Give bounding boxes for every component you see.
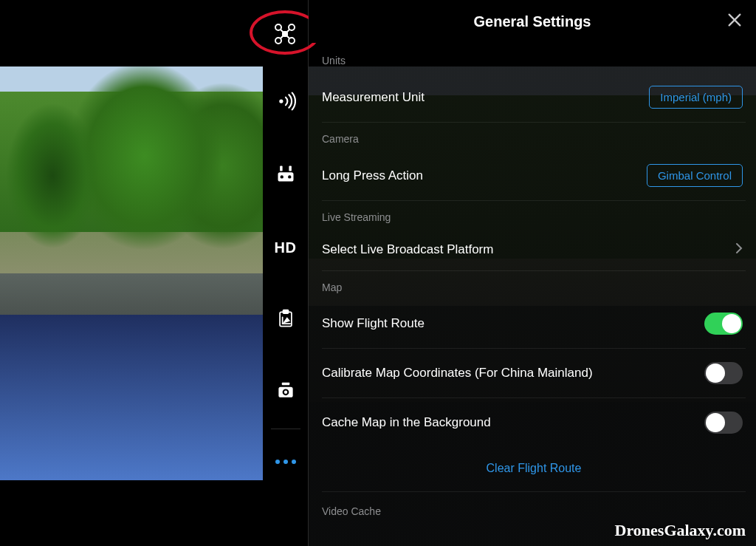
sidebar-battery-tab[interactable]	[263, 284, 309, 356]
row-show-flight-route: Show Flight Route	[322, 299, 746, 349]
settings-category-sidebar: HD	[263, 0, 309, 546]
svg-rect-16	[282, 31, 288, 37]
row-measurement-unit[interactable]: Measurement Unit Imperial (mph)	[322, 72, 746, 123]
section-video-cache-label: Video Cache	[322, 492, 746, 523]
hd-icon: HD	[275, 239, 297, 256]
calibrate-map-label: Calibrate Map Coordinates (For China Mai…	[322, 366, 593, 381]
more-icon	[275, 460, 296, 464]
svg-rect-2	[280, 166, 283, 171]
sidebar-gimbal-tab[interactable]	[263, 356, 309, 429]
remote-controller-icon	[275, 163, 296, 187]
camera-preview	[0, 66, 263, 480]
clear-flight-route-link[interactable]: Clear Flight Route	[487, 462, 582, 474]
show-flight-route-toggle[interactable]	[704, 313, 743, 335]
broadcast-platform-label: Select Live Broadcast Platform	[322, 242, 493, 257]
row-long-press-action[interactable]: Long Press Action Gimbal Control	[322, 151, 746, 201]
svg-rect-3	[289, 166, 292, 171]
section-camera-label: Camera	[322, 123, 746, 151]
section-map-label: Map	[322, 271, 746, 299]
cache-map-label: Cache Map in the Background	[322, 415, 491, 430]
section-units-label: Units	[322, 44, 746, 72]
measurement-unit-value[interactable]: Imperial (mph)	[649, 86, 743, 109]
signal-icon	[275, 91, 296, 115]
sidebar-remote-tab[interactable]	[263, 139, 309, 211]
svg-rect-7	[283, 310, 288, 313]
cache-map-toggle[interactable]	[704, 412, 743, 434]
battery-clipboard-icon	[275, 308, 296, 332]
row-cache-map: Cache Map in the Background	[322, 398, 746, 447]
measurement-unit-label: Measurement Unit	[322, 90, 425, 105]
sidebar-hd-tab[interactable]: HD	[263, 211, 309, 284]
chevron-right-icon	[735, 242, 743, 257]
svg-rect-8	[281, 383, 289, 386]
settings-header: General Settings	[309, 0, 756, 43]
sidebar-signal-tab[interactable]	[263, 66, 309, 139]
show-flight-route-label: Show Flight Route	[322, 316, 425, 331]
close-button[interactable]	[724, 10, 746, 33]
long-press-value[interactable]: Gimbal Control	[647, 164, 743, 187]
svg-point-5	[288, 175, 291, 178]
row-select-broadcast-platform[interactable]: Select Live Broadcast Platform	[322, 229, 746, 271]
topbar-drone-button[interactable]	[267, 18, 303, 53]
svg-point-4	[280, 175, 283, 178]
calibrate-map-toggle[interactable]	[704, 362, 743, 384]
section-live-streaming-label: Live Streaming	[322, 201, 746, 229]
svg-point-11	[284, 391, 286, 394]
settings-title: General Settings	[474, 13, 591, 30]
sidebar-more-tab[interactable]	[263, 429, 309, 494]
svg-point-0	[279, 99, 283, 103]
row-clear-flight-route[interactable]: Clear Flight Route	[322, 447, 746, 492]
close-icon	[726, 12, 743, 31]
drone-icon	[273, 22, 297, 49]
long-press-label: Long Press Action	[322, 168, 423, 183]
settings-list: Units Measurement Unit Imperial (mph) Ca…	[322, 44, 746, 546]
row-calibrate-map: Calibrate Map Coordinates (For China Mai…	[322, 349, 746, 398]
watermark: DronesGalaxy.com	[615, 521, 746, 540]
gimbal-camera-icon	[275, 381, 296, 404]
